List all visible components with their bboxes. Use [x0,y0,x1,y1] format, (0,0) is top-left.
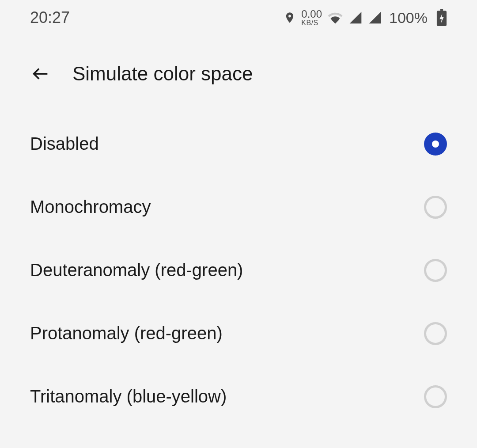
option-label: Monochromacy [30,197,151,217]
option-label: Disabled [30,134,99,154]
network-speed: 0.00 KB/S [301,9,322,27]
radio-selected-icon [424,133,447,156]
page-header: Simulate color space [0,35,477,112]
battery-charging-icon [436,9,447,26]
network-speed-unit: KB/S [301,19,318,27]
status-right: 0.00 KB/S 100% [284,9,447,27]
option-monochromacy[interactable]: Monochromacy [30,175,447,239]
network-speed-value: 0.00 [301,9,322,19]
option-label: Deuteranomaly (red-green) [30,260,243,280]
option-label: Protanomaly (red-green) [30,323,223,343]
radio-unselected-icon [424,259,447,282]
page-title: Simulate color space [72,63,253,85]
arrow-left-icon [30,64,51,84]
signal-icon-2 [368,11,382,25]
option-protanomaly[interactable]: Protanomaly (red-green) [30,302,447,365]
location-icon [284,11,296,24]
option-label: Tritanomaly (blue-yellow) [30,387,227,406]
svg-rect-0 [440,9,443,11]
radio-unselected-icon [424,196,447,219]
radio-unselected-icon [424,322,447,345]
option-disabled[interactable]: Disabled [30,112,447,175]
option-tritanomaly[interactable]: Tritanomaly (blue-yellow) [30,365,447,428]
back-button[interactable] [30,63,51,84]
wifi-icon [327,10,343,26]
battery-percent: 100% [389,9,428,27]
option-deuteranomaly[interactable]: Deuteranomaly (red-green) [30,239,447,302]
options-list: Disabled Monochromacy Deuteranomaly (red… [0,112,477,428]
status-bar: 20:27 0.00 KB/S 100% [0,0,477,35]
radio-unselected-icon [424,385,447,408]
status-time: 20:27 [30,8,70,27]
signal-icon-1 [348,11,363,25]
